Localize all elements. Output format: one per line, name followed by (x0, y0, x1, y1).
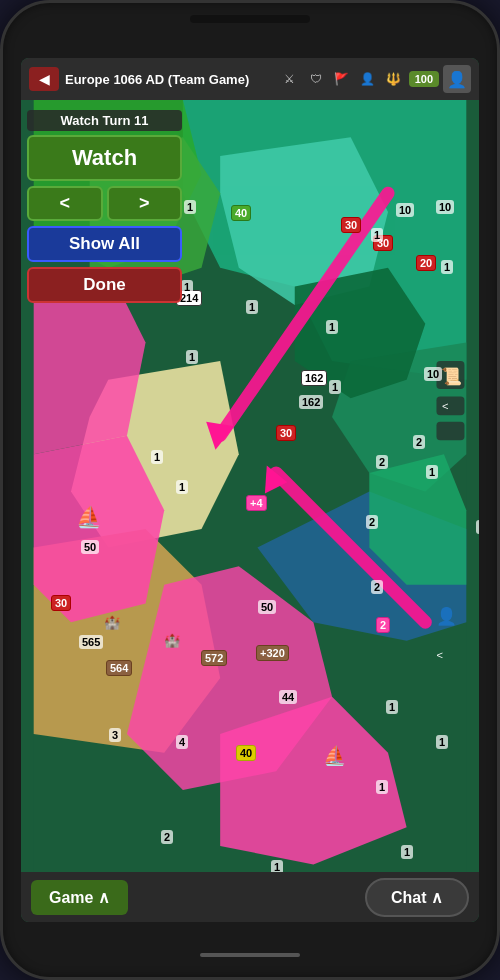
watch-button[interactable]: Watch (27, 135, 182, 181)
coin-icon: 🔱 (383, 68, 405, 90)
map-number-label: 1 (436, 735, 448, 749)
map-number-label: 3 (109, 728, 121, 742)
svg-text:👤: 👤 (436, 606, 457, 627)
nav-buttons: < > (27, 186, 182, 221)
map-number-label: 1 (176, 480, 188, 494)
map-number-label: 4 (176, 735, 188, 749)
top-bar-icons: ⚔ 🛡 🚩 👤 🔱 100 👤 (279, 65, 471, 93)
map-number-label: +4 (246, 495, 267, 511)
next-button[interactable]: > (107, 186, 183, 221)
map-number-label: 162 (301, 370, 327, 386)
map-number-label: 1 (181, 280, 193, 294)
map-number-label: 1 (184, 200, 196, 214)
map-number-label: 1 (386, 700, 398, 714)
person-icon: 👤 (357, 68, 379, 90)
svg-text:⛵: ⛵ (323, 744, 347, 767)
left-panel: Watch Turn 11 Watch < > Show All Done (27, 110, 182, 303)
notch (190, 15, 310, 23)
home-indicator (200, 953, 300, 957)
prev-button[interactable]: < (27, 186, 103, 221)
svg-text:📜: 📜 (441, 366, 462, 387)
map-number-label: 1 (371, 228, 383, 242)
map-number-label: 1 (426, 465, 438, 479)
map-number-label: 2 (371, 580, 383, 594)
map-number-label: 2 (413, 435, 425, 449)
map-number-label: 10 (436, 200, 454, 214)
map-number-label: 40 (231, 205, 251, 221)
done-button[interactable]: Done (27, 267, 182, 303)
map-number-label: 30 (51, 595, 71, 611)
shield-icon: 🛡 (305, 68, 327, 90)
chat-button[interactable]: Chat ∧ (365, 878, 469, 917)
phone-frame: ◀ Europe 1066 AD (Team Game) ⚔ 🛡 🚩 👤 🔱 1… (0, 0, 500, 980)
map-number-label: 572 (201, 650, 227, 666)
map-number-label: 1 (441, 260, 453, 274)
back-button[interactable]: ◀ (29, 67, 59, 91)
map-number-label: 50 (81, 540, 99, 554)
map-number-label: +320 (256, 645, 289, 661)
map-number-label: 10 (424, 367, 442, 381)
player-avatar[interactable]: 👤 (443, 65, 471, 93)
svg-text:⛵: ⛵ (76, 504, 102, 530)
phone-screen: ◀ Europe 1066 AD (Team Game) ⚔ 🛡 🚩 👤 🔱 1… (21, 58, 479, 922)
map-number-label: 1 (376, 780, 388, 794)
map-number-label: 564 (106, 660, 132, 676)
svg-text:<: < (442, 400, 449, 412)
map-number-label: 40 (236, 745, 256, 761)
map-number-label: 1 (329, 380, 341, 394)
map-number-label: 1 (476, 520, 479, 534)
bottom-bar: Game ∧ Chat ∧ (21, 872, 479, 922)
resource-value: 100 (409, 71, 439, 87)
map-number-label: 1 (401, 845, 413, 859)
map-number-label: 30 (276, 425, 296, 441)
top-bar: ◀ Europe 1066 AD (Team Game) ⚔ 🛡 🚩 👤 🔱 1… (21, 58, 479, 100)
svg-text:🏰: 🏰 (104, 614, 121, 631)
svg-text:🏰: 🏰 (164, 632, 181, 649)
map-number-label: 2 (376, 617, 390, 633)
sword-icon: ⚔ (279, 68, 301, 90)
flag-icon: 🚩 (331, 68, 353, 90)
map-number-label: 1 (246, 300, 258, 314)
map-number-label: 20 (416, 255, 436, 271)
map-number-label: 565 (79, 635, 103, 649)
map-number-label: 162 (299, 395, 323, 409)
show-all-button[interactable]: Show All (27, 226, 182, 262)
svg-rect-27 (436, 422, 464, 441)
app-title: Europe 1066 AD (Team Game) (65, 72, 279, 87)
map-number-label: 1 (151, 450, 163, 464)
map-number-label: 1 (326, 320, 338, 334)
svg-text:<: < (436, 649, 443, 661)
map-number-label: 2 (366, 515, 378, 529)
map-number-label: 2 (376, 455, 388, 469)
map-number-label: 44 (279, 690, 297, 704)
map-number-label: 1 (271, 860, 283, 872)
svg-rect-25 (436, 396, 464, 415)
map-number-label: 50 (258, 600, 276, 614)
map-number-label: 10 (396, 203, 414, 217)
map-number-label: 1 (186, 350, 198, 364)
game-button[interactable]: Game ∧ (31, 880, 128, 915)
watch-turn-label: Watch Turn 11 (27, 110, 182, 131)
map-number-label: 30 (341, 217, 361, 233)
map-number-label: 2 (161, 830, 173, 844)
